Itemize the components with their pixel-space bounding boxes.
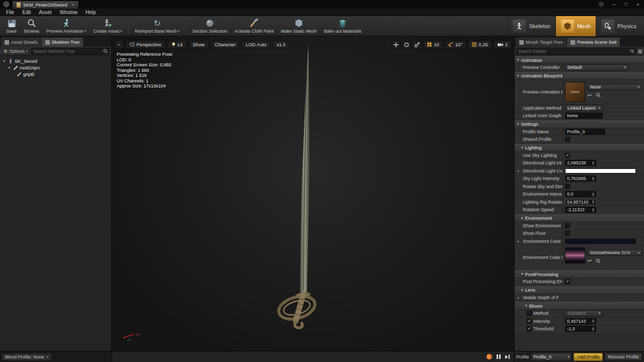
environment-cube-thumbnail[interactable] xyxy=(565,247,585,263)
details-search-input[interactable] xyxy=(518,49,630,54)
bloom-threshold-field[interactable]: -1,0 xyxy=(565,326,596,332)
mesh-mode-button[interactable]: Mesh xyxy=(555,16,596,36)
use-sky-lighting-checkbox[interactable]: ✓ xyxy=(565,153,570,158)
show-environment-checkbox[interactable] xyxy=(565,223,570,228)
lod-auto-button[interactable]: LOD Auto xyxy=(242,40,270,49)
browse-to-asset-icon[interactable] xyxy=(596,258,601,263)
make-static-mesh-button[interactable]: Make Static Mesh xyxy=(277,17,320,36)
rotate-sky-checkbox[interactable] xyxy=(565,184,570,189)
character-menu-button[interactable]: Character xyxy=(211,40,240,49)
tab-morph-target-preview[interactable]: Morph Target Prev xyxy=(516,38,567,47)
rotate-tool-button[interactable] xyxy=(402,40,411,49)
skeleton-mode-button[interactable]: Skeleton xyxy=(507,16,555,36)
bloom-method-override-checkbox[interactable] xyxy=(527,311,532,316)
section-animation-blueprint[interactable]: ▾ Animation Blueprint xyxy=(515,72,644,80)
environment-intensity-field[interactable]: 0,0 xyxy=(565,191,596,197)
section-collapse-icon[interactable]: ▾ xyxy=(517,74,519,78)
playback-speed-button[interactable]: x1.0 xyxy=(273,40,290,49)
application-method-dropdown[interactable]: Linked Layers▾ xyxy=(565,105,603,111)
browse-to-asset-icon[interactable] xyxy=(596,93,601,98)
expand-icon[interactable]: ▸ xyxy=(518,169,521,173)
bloom-threshold-override-checkbox[interactable]: ✓ xyxy=(527,326,532,331)
restore-button[interactable]: □ xyxy=(620,0,632,9)
tab-skeleton-tree[interactable]: Skeleton Tree xyxy=(42,38,84,47)
minimize-button[interactable]: ─ xyxy=(608,0,620,9)
rotation-snap-button[interactable]: 10° xyxy=(445,40,466,49)
grid-snap-button[interactable]: 10 xyxy=(423,40,443,49)
section-collapse-icon[interactable]: ▾ xyxy=(521,288,523,292)
anim-blueprint-thumbnail[interactable]: None xyxy=(565,82,585,102)
section-environment[interactable]: ▾ Environment xyxy=(515,214,644,222)
tab-preview-scene-settings[interactable]: Preview Scene Sett xyxy=(567,38,620,47)
pause-button[interactable] xyxy=(497,354,501,359)
shared-profile-checkbox[interactable] xyxy=(565,137,570,142)
tree-expand-icon[interactable]: ▾ xyxy=(2,59,7,63)
3d-viewport[interactable]: -Y -X ▾ Perspective Lit Show Character L… xyxy=(112,36,514,351)
menu-help[interactable]: Help xyxy=(82,10,100,15)
close-button[interactable]: × xyxy=(632,0,644,9)
add-profile-button[interactable]: Add Profile xyxy=(574,353,603,361)
post-processing-checkbox[interactable]: ✓ xyxy=(565,279,570,284)
section-settings[interactable]: ▾ Settings xyxy=(515,120,644,128)
section-postprocessing[interactable]: ▾ PostProcessing xyxy=(515,270,644,278)
activate-cloth-paint-button[interactable]: Activate Cloth Paint xyxy=(231,17,278,36)
translate-tool-button[interactable] xyxy=(391,40,400,49)
section-selection-button[interactable]: Section Selection xyxy=(189,17,231,36)
menu-asset[interactable]: Asset xyxy=(35,10,55,15)
section-bloom[interactable]: ▾ Bloom xyxy=(515,302,644,310)
rotation-speed-field[interactable]: -2,11323 xyxy=(565,207,596,213)
show-menu-button[interactable]: Show xyxy=(189,40,209,49)
sky-light-intensity-field[interactable]: 0,761905 xyxy=(565,175,596,182)
tree-expand-icon[interactable]: ▾ xyxy=(7,66,12,70)
section-collapse-icon[interactable]: ▾ xyxy=(517,122,519,126)
tree-item-rootgripa[interactable]: ▾ rootGripA xyxy=(0,64,111,71)
profile-dropdown[interactable]: Profile_0▾ xyxy=(531,353,572,361)
profile-name-field[interactable]: Profile_0 xyxy=(565,129,605,135)
menu-window[interactable]: Window xyxy=(55,10,82,15)
section-lens[interactable]: ▾ Lens xyxy=(515,286,644,294)
record-button[interactable] xyxy=(487,354,492,359)
menu-file[interactable]: File xyxy=(2,10,18,15)
bake-out-materials-button[interactable]: Bake out Materials xyxy=(320,17,365,36)
lit-button[interactable]: Lit xyxy=(168,40,187,49)
reimport-base-mesh-button[interactable]: ↻ Reimport Base Mesh▾ xyxy=(131,17,184,36)
directional-light-intensity-field[interactable]: 2,095238 xyxy=(565,160,596,166)
preview-controller-dropdown[interactable]: Default▾ xyxy=(565,64,628,71)
tree-item-gripb[interactable]: gripB xyxy=(0,71,111,77)
bloom-method-dropdown[interactable]: Standard▾ xyxy=(565,310,603,317)
environment-color-swatch[interactable] xyxy=(565,239,636,244)
anim-blueprint-dropdown[interactable]: None▾ xyxy=(588,84,642,90)
section-collapse-icon[interactable]: ▾ xyxy=(525,304,527,308)
skeleton-tree-search-input[interactable] xyxy=(33,49,103,54)
details-search[interactable] xyxy=(516,48,636,55)
section-collapse-icon[interactable]: ▾ xyxy=(521,216,523,220)
bloom-intensity-override-checkbox[interactable]: ✓ xyxy=(527,319,532,324)
detail-view-options-icon[interactable]: ▦ xyxy=(638,48,642,54)
feedback-icon[interactable] xyxy=(595,2,608,7)
use-selected-asset-icon[interactable]: ↩ xyxy=(588,258,592,263)
expand-icon[interactable]: ▸ xyxy=(518,296,522,300)
section-collapse-icon[interactable]: ▾ xyxy=(521,146,523,150)
camera-speed-button[interactable]: 2 xyxy=(494,40,512,49)
asset-tab[interactable]: SKM_PirateGirlSword × xyxy=(12,1,79,9)
scale-snap-button[interactable]: 0,25 xyxy=(468,40,492,49)
show-floor-checkbox[interactable] xyxy=(565,231,570,236)
section-lighting[interactable]: ▾ Lighting xyxy=(515,144,644,152)
create-asset-button[interactable]: Create Asset▾ xyxy=(90,17,126,36)
perspective-button[interactable]: Perspective xyxy=(126,40,166,49)
section-animation[interactable]: ▾ Animation xyxy=(515,56,644,64)
bloom-intensity-field[interactable]: 0,457143 xyxy=(565,318,596,324)
save-button[interactable]: Save xyxy=(3,17,21,36)
tab-close-icon[interactable]: × xyxy=(72,3,74,8)
directional-light-color-swatch[interactable] xyxy=(565,168,636,173)
use-selected-asset-icon[interactable]: ↩ xyxy=(588,93,592,98)
preview-animation-button[interactable]: Preview Animation▾ xyxy=(43,17,90,36)
options-button[interactable]: ⚙ Options ▾ xyxy=(2,49,30,54)
environment-cube-dropdown[interactable]: EpicQuadPanorama_CC+E▾ xyxy=(588,249,642,256)
physics-mode-button[interactable]: Physics xyxy=(596,16,641,36)
step-forward-button[interactable] xyxy=(505,354,510,359)
lighting-rig-rotation-field[interactable]: 54,857143 xyxy=(565,199,596,205)
blend-profile-button[interactable]: Blend Profile: None ▾ xyxy=(2,353,52,361)
tree-item-sk-sword[interactable]: ▾ SK_Sword xyxy=(0,58,111,64)
section-collapse-icon[interactable]: ▾ xyxy=(521,272,523,276)
